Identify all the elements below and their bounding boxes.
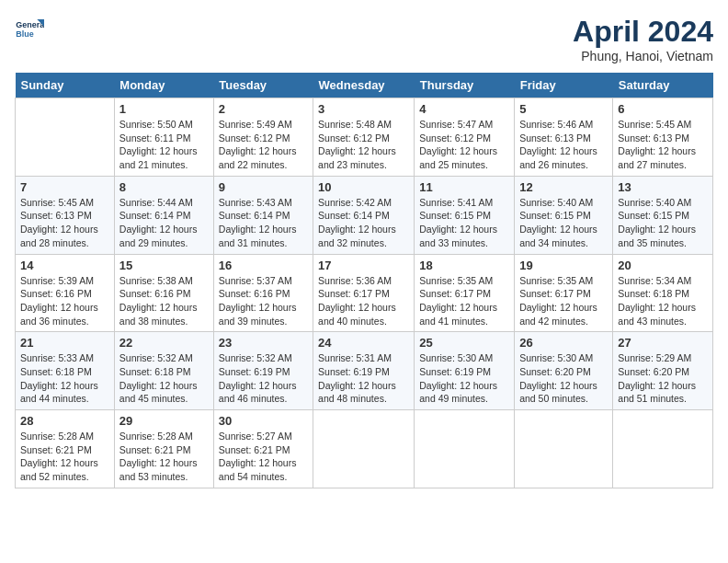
cell-content: Sunrise: 5:43 AM Sunset: 6:14 PM Dayligh…: [219, 196, 308, 250]
calendar-cell: 27Sunrise: 5:29 AM Sunset: 6:20 PM Dayli…: [613, 332, 713, 410]
day-number: 2: [219, 102, 308, 116]
calendar-cell: 24Sunrise: 5:31 AM Sunset: 6:19 PM Dayli…: [313, 332, 415, 410]
cell-content: Sunrise: 5:30 AM Sunset: 6:20 PM Dayligh…: [519, 351, 608, 406]
cell-content: Sunrise: 5:28 AM Sunset: 6:21 PM Dayligh…: [20, 430, 109, 484]
calendar-cell: 25Sunrise: 5:30 AM Sunset: 6:19 PM Dayli…: [415, 332, 515, 410]
cell-content: Sunrise: 5:31 AM Sunset: 6:19 PM Dayligh…: [318, 351, 409, 406]
day-number: 29: [119, 414, 209, 428]
day-number: 21: [20, 336, 109, 350]
calendar-cell: [16, 98, 115, 177]
calendar-cell: 6Sunrise: 5:45 AM Sunset: 6:13 PM Daylig…: [613, 98, 713, 177]
cell-content: Sunrise: 5:27 AM Sunset: 6:21 PM Dayligh…: [219, 430, 308, 484]
col-saturday: Saturday: [613, 73, 713, 98]
day-number: 7: [20, 180, 109, 194]
calendar-cell: 18Sunrise: 5:35 AM Sunset: 6:17 PM Dayli…: [415, 254, 515, 332]
day-number: 10: [318, 180, 409, 194]
day-number: 11: [419, 180, 509, 194]
calendar-cell: 14Sunrise: 5:39 AM Sunset: 6:16 PM Dayli…: [16, 254, 115, 332]
svg-text:Blue: Blue: [16, 29, 33, 39]
day-number: 22: [119, 336, 209, 350]
day-number: 25: [419, 336, 509, 350]
day-number: 9: [219, 180, 308, 194]
cell-content: Sunrise: 5:48 AM Sunset: 6:12 PM Dayligh…: [318, 118, 409, 172]
cell-content: Sunrise: 5:35 AM Sunset: 6:17 PM Dayligh…: [419, 274, 509, 328]
cell-content: Sunrise: 5:34 AM Sunset: 6:18 PM Dayligh…: [618, 274, 708, 328]
cell-content: Sunrise: 5:32 AM Sunset: 6:18 PM Dayligh…: [119, 351, 209, 406]
cell-content: Sunrise: 5:45 AM Sunset: 6:13 PM Dayligh…: [20, 196, 109, 250]
week-row-4: 21Sunrise: 5:33 AM Sunset: 6:18 PM Dayli…: [16, 332, 713, 410]
cell-content: Sunrise: 5:46 AM Sunset: 6:13 PM Dayligh…: [519, 118, 608, 172]
calendar-cell: 11Sunrise: 5:41 AM Sunset: 6:15 PM Dayli…: [415, 176, 515, 254]
day-number: 12: [519, 180, 608, 194]
day-number: 1: [119, 102, 209, 116]
cell-content: Sunrise: 5:33 AM Sunset: 6:18 PM Dayligh…: [20, 351, 109, 406]
day-number: 17: [318, 259, 409, 272]
logo-icon: General Blue: [15, 15, 44, 44]
col-friday: Friday: [515, 73, 613, 98]
calendar-cell: 8Sunrise: 5:44 AM Sunset: 6:14 PM Daylig…: [114, 176, 213, 254]
week-row-5: 28Sunrise: 5:28 AM Sunset: 6:21 PM Dayli…: [16, 410, 713, 488]
day-number: 3: [318, 102, 409, 116]
calendar-cell: 1Sunrise: 5:50 AM Sunset: 6:11 PM Daylig…: [114, 98, 213, 177]
day-number: 18: [419, 259, 509, 272]
col-tuesday: Tuesday: [213, 73, 313, 98]
calendar-cell: 17Sunrise: 5:36 AM Sunset: 6:17 PM Dayli…: [313, 254, 415, 332]
header: General Blue April 2024 Phung, Hanoi, Vi…: [15, 15, 713, 63]
day-number: 14: [20, 259, 109, 272]
page-title: April 2024: [573, 15, 713, 49]
calendar-cell: [313, 410, 415, 488]
calendar-cell: 10Sunrise: 5:42 AM Sunset: 6:14 PM Dayli…: [313, 176, 415, 254]
cell-content: Sunrise: 5:30 AM Sunset: 6:19 PM Dayligh…: [419, 351, 509, 406]
col-wednesday: Wednesday: [313, 73, 415, 98]
day-number: 4: [419, 102, 509, 116]
day-number: 8: [119, 180, 209, 194]
day-number: 5: [519, 102, 608, 116]
calendar-cell: 23Sunrise: 5:32 AM Sunset: 6:19 PM Dayli…: [213, 332, 313, 410]
calendar-cell: [515, 410, 613, 488]
cell-content: Sunrise: 5:49 AM Sunset: 6:12 PM Dayligh…: [219, 118, 308, 172]
calendar-cell: 16Sunrise: 5:37 AM Sunset: 6:16 PM Dayli…: [213, 254, 313, 332]
day-number: 30: [219, 414, 308, 428]
cell-content: Sunrise: 5:35 AM Sunset: 6:17 PM Dayligh…: [519, 274, 608, 328]
cell-content: Sunrise: 5:50 AM Sunset: 6:11 PM Dayligh…: [119, 118, 209, 172]
week-row-2: 7Sunrise: 5:45 AM Sunset: 6:13 PM Daylig…: [16, 176, 713, 254]
cell-content: Sunrise: 5:38 AM Sunset: 6:16 PM Dayligh…: [119, 274, 209, 328]
cell-content: Sunrise: 5:41 AM Sunset: 6:15 PM Dayligh…: [419, 196, 509, 250]
cell-content: Sunrise: 5:37 AM Sunset: 6:16 PM Dayligh…: [219, 274, 308, 328]
calendar-table: Sunday Monday Tuesday Wednesday Thursday…: [15, 73, 713, 488]
calendar-cell: 7Sunrise: 5:45 AM Sunset: 6:13 PM Daylig…: [16, 176, 115, 254]
logo: General Blue: [15, 15, 44, 44]
calendar-cell: [415, 410, 515, 488]
cell-content: Sunrise: 5:42 AM Sunset: 6:14 PM Dayligh…: [318, 196, 409, 250]
day-number: 16: [219, 259, 308, 272]
day-number: 28: [20, 414, 109, 428]
calendar-cell: 29Sunrise: 5:28 AM Sunset: 6:21 PM Dayli…: [114, 410, 213, 488]
cell-content: Sunrise: 5:36 AM Sunset: 6:17 PM Dayligh…: [318, 274, 409, 328]
day-number: 15: [119, 259, 209, 272]
calendar-cell: 26Sunrise: 5:30 AM Sunset: 6:20 PM Dayli…: [515, 332, 613, 410]
calendar-cell: 19Sunrise: 5:35 AM Sunset: 6:17 PM Dayli…: [515, 254, 613, 332]
header-row: Sunday Monday Tuesday Wednesday Thursday…: [16, 73, 713, 98]
cell-content: Sunrise: 5:40 AM Sunset: 6:15 PM Dayligh…: [618, 196, 708, 250]
calendar-cell: 22Sunrise: 5:32 AM Sunset: 6:18 PM Dayli…: [114, 332, 213, 410]
day-number: 20: [618, 259, 708, 272]
calendar-cell: 2Sunrise: 5:49 AM Sunset: 6:12 PM Daylig…: [213, 98, 313, 177]
week-row-1: 1Sunrise: 5:50 AM Sunset: 6:11 PM Daylig…: [16, 98, 713, 177]
cell-content: Sunrise: 5:29 AM Sunset: 6:20 PM Dayligh…: [618, 351, 708, 406]
calendar-cell: 28Sunrise: 5:28 AM Sunset: 6:21 PM Dayli…: [16, 410, 115, 488]
calendar-cell: 30Sunrise: 5:27 AM Sunset: 6:21 PM Dayli…: [213, 410, 313, 488]
calendar-cell: 5Sunrise: 5:46 AM Sunset: 6:13 PM Daylig…: [515, 98, 613, 177]
cell-content: Sunrise: 5:32 AM Sunset: 6:19 PM Dayligh…: [219, 351, 308, 406]
calendar-cell: 12Sunrise: 5:40 AM Sunset: 6:15 PM Dayli…: [515, 176, 613, 254]
calendar-cell: 21Sunrise: 5:33 AM Sunset: 6:18 PM Dayli…: [16, 332, 115, 410]
day-number: 27: [618, 336, 708, 350]
title-area: April 2024 Phung, Hanoi, Vietnam: [573, 15, 713, 63]
cell-content: Sunrise: 5:45 AM Sunset: 6:13 PM Dayligh…: [618, 118, 708, 172]
cell-content: Sunrise: 5:39 AM Sunset: 6:16 PM Dayligh…: [20, 274, 109, 328]
day-number: 23: [219, 336, 308, 350]
col-monday: Monday: [114, 73, 213, 98]
calendar-cell: 20Sunrise: 5:34 AM Sunset: 6:18 PM Dayli…: [613, 254, 713, 332]
cell-content: Sunrise: 5:40 AM Sunset: 6:15 PM Dayligh…: [519, 196, 608, 250]
cell-content: Sunrise: 5:47 AM Sunset: 6:12 PM Dayligh…: [419, 118, 509, 172]
calendar-cell: 4Sunrise: 5:47 AM Sunset: 6:12 PM Daylig…: [415, 98, 515, 177]
